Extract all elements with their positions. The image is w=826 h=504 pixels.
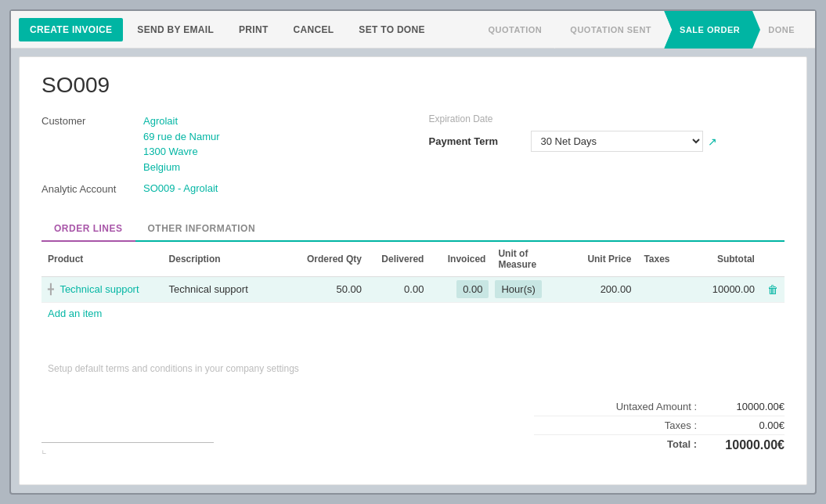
add-item-link[interactable]: Add an item bbox=[41, 303, 108, 324]
row-product: ╋ Technical support bbox=[41, 276, 163, 302]
order-lines-table: Product Description Ordered Qty Delivere… bbox=[41, 242, 785, 303]
payment-term-select[interactable]: 30 Net Days Immediate Payment 15 Days bbox=[531, 131, 703, 152]
taxes-value: 0.00€ bbox=[706, 419, 785, 431]
col-header-taxes: Taxes bbox=[637, 242, 691, 277]
table-row: ╋ Technical support Technical support 50… bbox=[41, 276, 785, 302]
analytic-account-row: Analytic Account SO009 - Agrolait bbox=[41, 181, 398, 196]
form-left: Customer Agrolait 69 rue de Namur 1300 W… bbox=[41, 113, 398, 201]
customer-field-row: Customer Agrolait 69 rue de Namur 1300 W… bbox=[41, 113, 398, 175]
untaxed-value: 10000.00€ bbox=[706, 401, 785, 412]
customer-addr3: Belgium bbox=[143, 160, 220, 175]
col-header-actions bbox=[761, 242, 785, 277]
tabs: ORDER LINES OTHER INFORMATION bbox=[41, 217, 785, 242]
tab-other-information[interactable]: OTHER INFORMATION bbox=[135, 217, 269, 242]
print-button[interactable]: PRINT bbox=[228, 18, 280, 41]
terms-text: Setup default terms and conditions in yo… bbox=[41, 355, 785, 382]
expiration-date-label: Expiration Date bbox=[429, 113, 785, 124]
step-done[interactable]: DONE bbox=[752, 11, 807, 49]
total-label: Total : bbox=[534, 438, 706, 452]
tab-order-lines[interactable]: ORDER LINES bbox=[41, 217, 135, 242]
row-delete: 🗑 bbox=[761, 276, 785, 302]
customer-addr2: 1300 Wavre bbox=[143, 144, 220, 160]
row-delivered: 0.00 bbox=[368, 276, 430, 302]
col-header-subtotal: Subtotal bbox=[691, 242, 761, 277]
form-right: Expiration Date Payment Term 30 Net Days… bbox=[429, 113, 785, 201]
total-row: Total : 10000.00€ bbox=[534, 434, 785, 455]
row-ordered-qty: 50.00 bbox=[299, 276, 368, 302]
customer-label: Customer bbox=[41, 113, 143, 127]
step-quotation-sent[interactable]: QUOTATION SENT bbox=[554, 11, 664, 49]
col-header-product: Product bbox=[41, 242, 163, 277]
footer-area: ⌞ bbox=[41, 427, 214, 455]
col-header-description: Description bbox=[163, 242, 299, 277]
invoiced-value: 0.00 bbox=[456, 280, 489, 298]
total-value: 10000.00€ bbox=[706, 438, 785, 452]
row-uom: Hour(s) bbox=[492, 276, 568, 302]
main-content: SO009 Customer Agrolait 69 rue de Namur … bbox=[19, 56, 807, 485]
taxes-row: Taxes : 0.00€ bbox=[534, 416, 785, 434]
untaxed-label: Untaxed Amount : bbox=[534, 401, 706, 412]
form-section: Customer Agrolait 69 rue de Namur 1300 W… bbox=[41, 113, 785, 201]
row-unit-price: 200.00 bbox=[568, 276, 637, 302]
analytic-account-label: Analytic Account bbox=[41, 182, 143, 195]
step-quotation[interactable]: QUOTATION bbox=[475, 11, 554, 49]
col-header-delivered: Delivered bbox=[368, 242, 430, 277]
external-link-icon[interactable]: ↗ bbox=[708, 135, 717, 148]
resize-handle-icon[interactable]: ⌞ bbox=[41, 443, 47, 455]
col-header-uom: Unit of Measure bbox=[492, 242, 568, 277]
untaxed-amount-row: Untaxed Amount : 10000.00€ bbox=[534, 398, 785, 416]
col-header-invoiced: Invoiced bbox=[430, 242, 492, 277]
customer-addr1: 69 rue de Namur bbox=[143, 129, 220, 145]
uom-value: Hour(s) bbox=[495, 280, 541, 298]
analytic-account-value[interactable]: SO009 - Agrolait bbox=[143, 181, 218, 196]
send-by-email-button[interactable]: SEND BY EMAIL bbox=[126, 18, 225, 41]
customer-name[interactable]: Agrolait bbox=[143, 113, 220, 129]
row-taxes bbox=[637, 276, 691, 302]
drag-handle-icon[interactable]: ╋ bbox=[48, 283, 54, 295]
payment-term-select-wrapper: 30 Net Days Immediate Payment 15 Days ↗ bbox=[531, 131, 717, 152]
payment-term-row: Payment Term 30 Net Days Immediate Payme… bbox=[429, 131, 785, 152]
product-link[interactable]: Technical support bbox=[60, 283, 139, 295]
table-header-row: Product Description Ordered Qty Delivere… bbox=[41, 242, 785, 277]
totals-section: Untaxed Amount : 10000.00€ Taxes : 0.00€… bbox=[534, 398, 785, 455]
row-description: Technical support bbox=[163, 276, 299, 302]
create-invoice-button[interactable]: CREATE INVOICE bbox=[19, 18, 123, 41]
col-header-ordered-qty: Ordered Qty bbox=[299, 242, 368, 277]
row-subtotal: 10000.00 bbox=[691, 276, 761, 302]
row-invoiced: 0.00 bbox=[430, 276, 492, 302]
cancel-button[interactable]: CANCEL bbox=[283, 18, 345, 41]
step-sale-order[interactable]: SALE ORDER bbox=[664, 11, 752, 49]
toolbar: CREATE INVOICE SEND BY EMAIL PRINT CANCE… bbox=[11, 11, 815, 49]
document-title: SO009 bbox=[41, 73, 785, 98]
col-header-unit-price: Unit Price bbox=[568, 242, 637, 277]
workflow-steps: QUOTATION QUOTATION SENT SALE ORDER DONE bbox=[475, 11, 807, 49]
customer-value: Agrolait 69 rue de Namur 1300 Wavre Belg… bbox=[143, 113, 220, 175]
taxes-label: Taxes : bbox=[534, 419, 706, 431]
payment-term-label: Payment Term bbox=[429, 135, 531, 147]
set-to-done-button[interactable]: SET TO DONE bbox=[348, 18, 435, 41]
delete-row-icon[interactable]: 🗑 bbox=[767, 283, 778, 296]
